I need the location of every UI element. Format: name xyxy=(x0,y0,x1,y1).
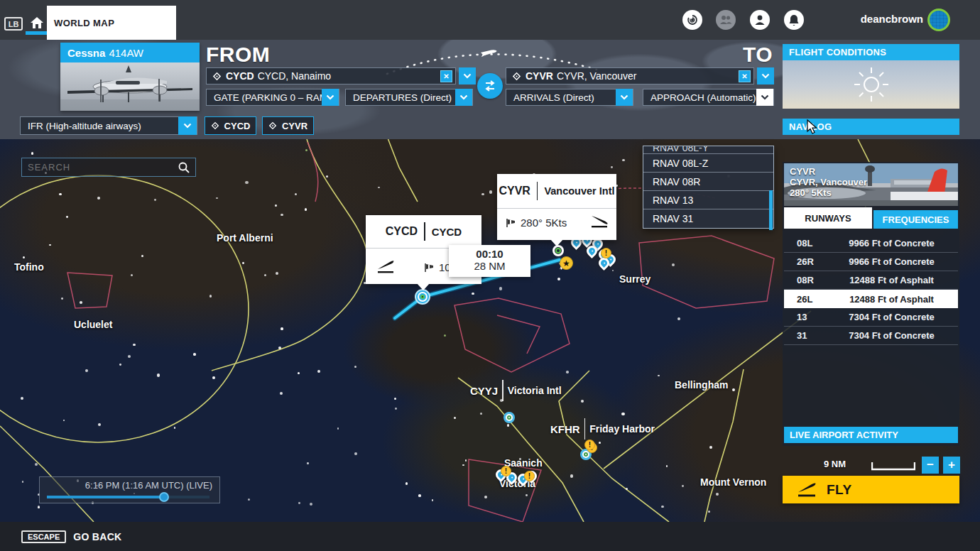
waypoint-dot xyxy=(212,376,215,379)
airport-name: Friday Harbor xyxy=(589,423,655,435)
search-box[interactable] xyxy=(21,158,196,177)
runway-row[interactable]: 26L12488 Ft of Asphalt xyxy=(784,290,958,308)
flight-rules-dropdown[interactable]: IFR (High-altitude airways) xyxy=(20,116,197,135)
waypoint-dot xyxy=(119,364,121,366)
from-dropdown-button[interactable] xyxy=(459,67,476,84)
approach-option[interactable]: RNAV 08L-Z xyxy=(643,154,773,173)
tab-runways[interactable]: RUNWAYS xyxy=(784,207,872,229)
runway-id: 26L xyxy=(784,294,825,305)
fly-button[interactable]: FLY xyxy=(783,476,959,503)
airport-target-marker[interactable] xyxy=(503,412,515,423)
waypoint-dot xyxy=(557,278,560,280)
bell-icon xyxy=(788,14,800,26)
runway-desc: 9966 Ft of Concrete xyxy=(825,256,958,267)
waypoint-diamond-icon xyxy=(268,121,277,130)
chevron-down-icon xyxy=(761,94,769,100)
tab-frequencies-label: FREQUENCIES xyxy=(883,214,949,225)
scale-bracket-icon xyxy=(871,462,915,471)
approach-option[interactable]: RNAV 08L-Y xyxy=(643,146,773,154)
waypoint-dot xyxy=(481,193,484,195)
runway-row[interactable]: 08R12488 Ft of Asphalt xyxy=(784,271,958,290)
go-back-button[interactable]: GO BACK xyxy=(73,531,121,542)
aircraft-model: 414AW xyxy=(109,47,143,59)
popup-airport-code: CYCD xyxy=(386,225,418,238)
waypoint-dot xyxy=(507,424,509,426)
waypoint-dot xyxy=(489,190,492,193)
swap-airports-button[interactable] xyxy=(477,73,503,99)
from-airport-name: CYCD, Nanaimo xyxy=(258,70,331,82)
waypoint-dot xyxy=(61,298,63,300)
map-airport-label-kfhr[interactable]: KFHR Friday Harbor xyxy=(550,418,655,440)
approach-option[interactable]: RNAV 08R xyxy=(643,173,773,191)
search-icon[interactable] xyxy=(178,161,190,174)
map-label: Ucluelet xyxy=(74,319,112,330)
map-airport-label-cyyj[interactable]: CYYJ Victoria Intl xyxy=(470,380,562,401)
waypoint-dot xyxy=(23,256,25,258)
waypoint-dot xyxy=(317,370,320,373)
to-shortcut-button[interactable]: CYVR xyxy=(262,116,314,135)
friends-button[interactable] xyxy=(716,10,736,30)
fly-button-label: FLY xyxy=(827,482,852,498)
flight-conditions-preview[interactable] xyxy=(783,60,959,109)
gate-dropdown[interactable]: GATE (PARKING 0 – RAM xyxy=(206,89,339,106)
flight-conditions-label: FLIGHT CONDITIONS xyxy=(789,47,886,58)
from-airport-field[interactable]: CYCD CYCD, Nanaimo xyxy=(206,67,456,84)
approach-option[interactable]: RNAV 31 xyxy=(643,209,773,228)
profile-button[interactable] xyxy=(750,10,770,30)
airport-photo: CYVR CYVR, Vancouver 280° 5Kts xyxy=(784,163,958,206)
time-slider-handle[interactable] xyxy=(159,492,169,502)
from-shortcut-button[interactable]: CYCD xyxy=(205,116,256,135)
cyvr-popup[interactable]: CYVR Vancouver Intl 280° 5Kts xyxy=(497,174,616,240)
avatar[interactable] xyxy=(927,9,950,31)
runway-row[interactable]: 26R9966 Ft of Concrete xyxy=(784,253,958,271)
waypoint-dot xyxy=(672,263,675,266)
zoom-in-button[interactable]: + xyxy=(943,457,960,474)
aircraft-card-header: Cessna 414AW xyxy=(60,43,200,62)
gate-label: GATE (PARKING 0 – RAM xyxy=(214,92,327,103)
runway-row[interactable]: 08L9966 Ft of Concrete xyxy=(784,234,958,253)
flight-conditions-button[interactable]: FLIGHT CONDITIONS xyxy=(783,44,959,60)
notifications-button[interactable] xyxy=(784,10,804,30)
airport-summary-wind: 280° 5Kts xyxy=(790,187,867,198)
from-clear-button[interactable]: ✕ xyxy=(440,70,452,82)
waypoint-dot xyxy=(472,293,474,295)
dropdown-scrollbar[interactable] xyxy=(769,190,773,230)
to-dropdown-button[interactable] xyxy=(757,67,774,84)
runway-row[interactable]: 137304 Ft of Concrete xyxy=(784,308,958,327)
waypoint-dot xyxy=(35,463,38,466)
approach-dropdown-button[interactable]: APPROACH (Automatic) xyxy=(643,89,774,106)
map-label: Port Alberni xyxy=(217,232,273,244)
aircraft-card[interactable]: Cessna 414AW xyxy=(60,43,200,111)
tab-world-map[interactable]: WORLD MAP xyxy=(47,6,176,40)
poi-star-badge[interactable]: ★ xyxy=(560,256,573,270)
waypoint-dot xyxy=(310,503,312,506)
airport-info-panel: CYVR CYVR, Vancouver 280° 5Kts RUNWAYS F… xyxy=(783,162,959,446)
waypoint-dot xyxy=(295,193,297,195)
departure-airport-marker[interactable] xyxy=(415,289,430,305)
to-clear-button[interactable]: ✕ xyxy=(739,70,751,82)
search-input[interactable] xyxy=(22,162,178,173)
cycd-popup-title: CYCD CYCD xyxy=(366,215,481,248)
live-airport-activity-button[interactable]: LIVE AIRPORT ACTIVITY xyxy=(784,427,958,443)
runway-desc: 12488 Ft of Asphalt xyxy=(825,275,958,285)
time-slider-track[interactable] xyxy=(47,496,209,498)
tab-frequencies[interactable]: FREQUENCIES xyxy=(873,210,958,229)
aircraft-brand: Cessna xyxy=(67,47,105,59)
windsock-icon xyxy=(424,263,435,273)
waypoint-diamond-icon xyxy=(211,121,219,130)
time-slider[interactable]: 6:16 PM (1:16 AM UTC) (LIVE) xyxy=(39,476,220,503)
username[interactable]: deancbrown xyxy=(861,13,923,25)
runway-row[interactable]: 317304 Ft of Concrete xyxy=(784,327,958,345)
activity-button[interactable] xyxy=(682,10,702,30)
waypoint-dot xyxy=(658,375,660,377)
arrival-airport-marker[interactable] xyxy=(552,245,564,256)
zoom-out-button[interactable]: − xyxy=(922,457,939,474)
arrivals-dropdown[interactable]: ARRIVALS (Direct) xyxy=(506,89,633,106)
leg-time: 00:10 xyxy=(449,248,530,260)
alert-badge: ! xyxy=(584,440,595,450)
map-scale-label: 9 NM xyxy=(824,459,846,469)
waypoint-dot xyxy=(242,262,244,264)
to-airport-field[interactable]: CYVR CYVR, Vancouver xyxy=(506,67,754,84)
departures-dropdown[interactable]: DEPARTURES (Direct) xyxy=(345,89,473,106)
approach-option[interactable]: RNAV 13 xyxy=(643,191,773,209)
